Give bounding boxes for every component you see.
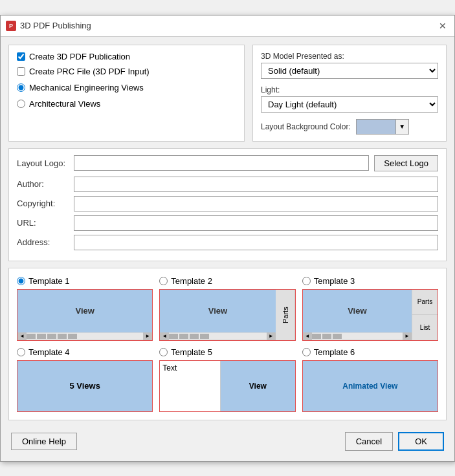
logo-label: Layout Logo: bbox=[17, 158, 69, 168]
template-5-radio[interactable] bbox=[159, 348, 168, 356]
mechanical-radio[interactable] bbox=[17, 83, 25, 92]
t2-scroll-left[interactable]: ◄ bbox=[160, 332, 169, 340]
window-title: 3D PDF Publishing bbox=[20, 21, 91, 30]
architectural-radio[interactable] bbox=[17, 100, 25, 108]
model-label: 3D Model Presented as: bbox=[261, 52, 438, 61]
app-icon: P bbox=[6, 21, 16, 31]
template-5-label[interactable]: Template 5 bbox=[171, 347, 212, 357]
template-6-label[interactable]: Template 6 bbox=[314, 347, 355, 357]
copyright-row: Copyright: bbox=[17, 196, 438, 211]
color-swatch[interactable] bbox=[357, 120, 395, 134]
template-2-item: Template 2 View ◄ bbox=[159, 276, 295, 341]
template-5-item: Template 5 Text View bbox=[159, 347, 295, 412]
template-3-parts-label: Parts bbox=[412, 290, 438, 316]
template-3-list-label: List bbox=[412, 315, 438, 340]
template-4-label[interactable]: Template 4 bbox=[28, 347, 70, 357]
author-row: Author: bbox=[17, 177, 438, 192]
scroll-left-arrow[interactable]: ◄ bbox=[17, 332, 27, 340]
template-3-scrollbar[interactable]: ◄ ► bbox=[303, 332, 412, 340]
mechanical-radio-row: Mechanical Engineering Views bbox=[17, 83, 236, 92]
template-6-item: Template 6 Animated View bbox=[302, 347, 438, 412]
right-panel: 3D Model Presented as: Solid (default) W… bbox=[252, 45, 447, 142]
template-1-item: Template 1 View ◄ bbox=[17, 276, 153, 341]
create-pdf-checkbox[interactable] bbox=[17, 52, 25, 61]
architectural-label[interactable]: Architectural Views bbox=[29, 99, 100, 109]
t2-scroll-right[interactable]: ► bbox=[267, 332, 276, 340]
address-row: Address: bbox=[17, 235, 438, 250]
create-pdf-row: Create 3D PDF Publication bbox=[17, 52, 236, 61]
middle-section: Layout Logo: Select Logo Author: Copyrig… bbox=[8, 148, 447, 261]
light-label: Light: bbox=[261, 85, 438, 94]
template-3-label[interactable]: Template 3 bbox=[314, 276, 355, 286]
left-panel: Create 3D PDF Publication Create PRC Fil… bbox=[8, 45, 245, 142]
copyright-label: Copyright: bbox=[17, 199, 69, 208]
template-2-label[interactable]: Template 2 bbox=[171, 276, 212, 286]
template-2-view: View bbox=[160, 290, 275, 332]
template-1-preview: View ◄ ► bbox=[17, 289, 153, 341]
template-3-item: Template 3 View ◄ bbox=[302, 276, 438, 341]
color-picker[interactable]: ▼ bbox=[356, 119, 409, 135]
close-button[interactable]: ✕ bbox=[436, 19, 449, 32]
template-4-preview: 5 Views bbox=[17, 360, 153, 412]
model-dropdown-row: 3D Model Presented as: Solid (default) W… bbox=[261, 52, 438, 79]
template-4-item: Template 4 5 Views bbox=[17, 347, 153, 412]
author-input[interactable] bbox=[74, 177, 438, 192]
template-3-view: View bbox=[303, 290, 412, 332]
light-dropdown-row: Light: Day Light (default) Night White bbox=[261, 85, 438, 113]
address-label: Address: bbox=[17, 237, 69, 247]
template-2-radio[interactable] bbox=[159, 277, 168, 285]
main-window: P 3D PDF Publishing ✕ Create 3D PDF Publ… bbox=[0, 15, 455, 462]
template-5-preview: Text View bbox=[159, 360, 295, 412]
template-2-preview: View ◄ ► bbox=[159, 289, 295, 341]
template-6-preview: Animated View bbox=[302, 360, 438, 412]
template-1-label[interactable]: Template 1 bbox=[28, 276, 70, 286]
architectural-radio-row: Architectural Views bbox=[17, 99, 236, 109]
template-4-radio[interactable] bbox=[17, 348, 25, 356]
cancel-button[interactable]: Cancel bbox=[345, 432, 393, 451]
create-prc-label[interactable]: Create PRC File (3D PDF Input) bbox=[29, 67, 150, 76]
ok-button[interactable]: OK bbox=[398, 432, 444, 451]
template-4-view: 5 Views bbox=[17, 361, 152, 411]
bg-color-label: Layout Background Color: bbox=[261, 122, 351, 131]
color-dropdown-btn[interactable]: ▼ bbox=[395, 120, 408, 134]
create-prc-row: Create PRC File (3D PDF Input) bbox=[17, 67, 236, 76]
template-5-view-area: View bbox=[221, 361, 295, 411]
logo-row: Layout Logo: Select Logo bbox=[17, 155, 438, 171]
select-logo-button[interactable]: Select Logo bbox=[374, 155, 438, 171]
copyright-input[interactable] bbox=[74, 196, 438, 211]
mechanical-label[interactable]: Mechanical Engineering Views bbox=[29, 83, 144, 92]
template-2-parts-label: Parts bbox=[276, 290, 295, 340]
url-label: URL: bbox=[17, 218, 69, 228]
bottom-bar: Online Help Cancel OK bbox=[8, 427, 447, 453]
author-label: Author: bbox=[17, 179, 69, 189]
logo-input[interactable] bbox=[74, 155, 369, 171]
template-6-radio[interactable] bbox=[302, 348, 311, 356]
template-5-text-area: Text bbox=[160, 361, 221, 411]
main-content: Create 3D PDF Publication Create PRC Fil… bbox=[1, 37, 454, 461]
template-1-scrollbar[interactable]: ◄ ► bbox=[17, 332, 152, 340]
address-input[interactable] bbox=[74, 235, 438, 250]
top-section: Create 3D PDF Publication Create PRC Fil… bbox=[8, 45, 447, 142]
template-1-view: View bbox=[17, 290, 152, 332]
model-select[interactable]: Solid (default) Wireframe Transparent bbox=[261, 63, 438, 79]
t3-scroll-left[interactable]: ◄ bbox=[303, 332, 312, 340]
create-prc-checkbox[interactable] bbox=[17, 67, 25, 76]
title-bar: P 3D PDF Publishing ✕ bbox=[1, 16, 454, 37]
url-row: URL: bbox=[17, 215, 438, 231]
scroll-right-arrow[interactable]: ► bbox=[143, 332, 152, 340]
template-6-view: Animated View bbox=[303, 361, 438, 411]
template-3-radio[interactable] bbox=[302, 277, 311, 285]
template-3-preview: View ◄ ► bbox=[302, 289, 438, 341]
templates-grid: Template 1 View ◄ bbox=[17, 276, 438, 412]
url-input[interactable] bbox=[74, 215, 438, 231]
template-1-radio[interactable] bbox=[17, 277, 25, 285]
template-2-scrollbar[interactable]: ◄ ► bbox=[160, 332, 275, 340]
bg-color-row: Layout Background Color: ▼ bbox=[261, 119, 438, 135]
online-help-button[interactable]: Online Help bbox=[11, 433, 77, 450]
light-select[interactable]: Day Light (default) Night White bbox=[261, 96, 438, 113]
templates-section: Template 1 View ◄ bbox=[8, 268, 447, 420]
create-pdf-label[interactable]: Create 3D PDF Publication bbox=[29, 52, 130, 61]
t3-scroll-right[interactable]: ► bbox=[403, 332, 412, 340]
